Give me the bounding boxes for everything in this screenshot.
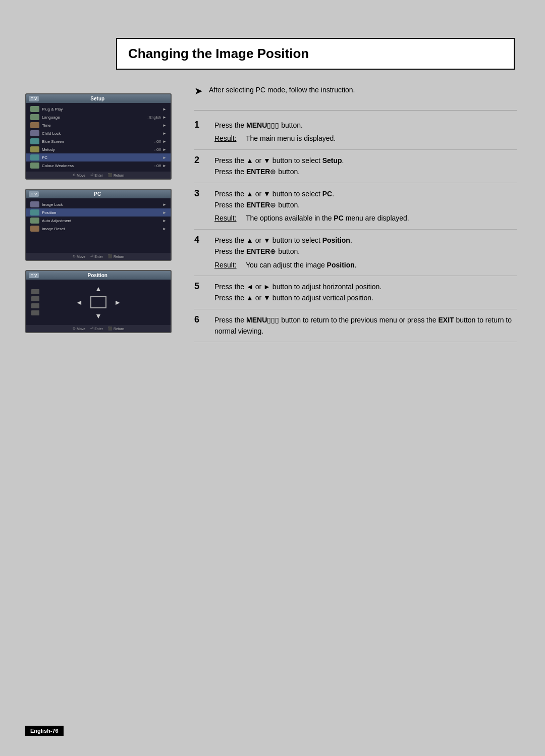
step-num-6: 6 xyxy=(194,314,209,326)
tv-row: Image Lock ► xyxy=(26,200,171,208)
result-text-4: You can adjust the image Position. xyxy=(246,259,357,271)
tv-row: Plug & Play ► xyxy=(26,105,171,113)
tv-footer-3: ⊙ Move ⏎ Enter ⬛ Return xyxy=(26,325,171,332)
page-title: Changing the Image Position xyxy=(128,46,309,61)
step-num-2: 2 xyxy=(194,155,209,166)
title-box: Changing the Image Position xyxy=(116,38,515,70)
blue-icon xyxy=(30,138,39,144)
position-display: ▲ ▼ ◄ ► xyxy=(26,280,171,325)
step-content-4: Press the ▲ or ▼ button to select Positi… xyxy=(214,235,517,271)
step-num-1: 1 xyxy=(194,120,209,131)
tv-label-1: T V xyxy=(29,96,39,101)
step-1: 1 Press the MENU▯▯▯ button. Result: The … xyxy=(194,115,517,150)
auto-icon xyxy=(30,218,39,224)
intro-section: ➤ After selecting PC mode, follow the in… xyxy=(194,86,517,101)
step-content-2: Press the ▲ or ▼ button to select Setup.… xyxy=(214,155,517,178)
intro-arrow-icon: ➤ xyxy=(194,85,203,97)
divider xyxy=(194,110,517,111)
tv-row: Image Reset ► xyxy=(26,225,171,233)
tv-body-setup: Plug & Play ► Language : English ► Time … xyxy=(26,103,171,172)
tv-footer-2: ⊙ Move ⏎ Enter ⬛ Return xyxy=(26,253,171,260)
lang-icon xyxy=(30,114,39,120)
step-num-5: 5 xyxy=(194,281,209,292)
tv-row: Melody : Off ► xyxy=(26,145,171,153)
result-label-4: Result: xyxy=(214,259,240,271)
reset-icon xyxy=(30,226,39,232)
tv-screen-setup: T V Setup Plug & Play ► Language : Engli… xyxy=(25,93,172,180)
left-panel: T V Setup Plug & Play ► Language : Engli… xyxy=(25,93,182,342)
result-text-3: The options available in the PC menu are… xyxy=(246,212,409,224)
tv-screen-position: T V Position ▲ ▼ xyxy=(25,270,172,333)
lock-icon xyxy=(30,130,39,136)
tv-footer-1: ⊙ Move ⏎ Enter ⬛ Return xyxy=(26,172,171,179)
step-content-5: Press the ◄ or ► button to adjust horizo… xyxy=(214,281,517,304)
time-icon xyxy=(30,122,39,128)
tv-row-selected: Position ► xyxy=(26,208,171,217)
step-num-4: 4 xyxy=(194,235,209,246)
step-3: 3 Press the ▲ or ▼ button to select PC. … xyxy=(194,183,517,230)
tv-row: Time ► xyxy=(26,121,171,129)
step-4: 4 Press the ▲ or ▼ button to select Posi… xyxy=(194,230,517,276)
step-content-3: Press the ▲ or ▼ button to select PC. Pr… xyxy=(214,188,517,224)
result-4: Result: You can adjust the image Positio… xyxy=(214,259,517,271)
step-2: 2 Press the ▲ or ▼ button to select Setu… xyxy=(194,150,517,183)
plug-icon xyxy=(30,106,39,112)
tv-screen-pc: T V PC Image Lock ► Position ► Auto Adju… xyxy=(25,189,172,261)
tv-body-pc: Image Lock ► Position ► Auto Adjustment … xyxy=(26,198,171,253)
result-label-1: Result: xyxy=(214,133,240,144)
tv-row: Language : English ► xyxy=(26,113,171,121)
tv-title-pc: PC xyxy=(94,191,101,197)
position-icon xyxy=(30,209,39,215)
result-label-3: Result: xyxy=(214,212,240,224)
step-num-3: 3 xyxy=(194,188,209,199)
result-1: Result: The main menu is displayed. xyxy=(214,133,517,144)
right-content: ➤ After selecting PC mode, follow the in… xyxy=(194,86,517,342)
tv-row-selected: PC ► xyxy=(26,153,171,161)
tv-title-position: Position xyxy=(88,273,107,278)
imagelock-icon xyxy=(30,201,39,207)
tv-label-2: T V xyxy=(29,191,39,197)
result-text-1: The main menu is displayed. xyxy=(246,133,336,144)
step-content-6: Press the MENU▯▯▯ button to return to th… xyxy=(214,314,517,337)
tv-title-setup: Setup xyxy=(90,96,104,101)
tv-row: Blue Screen : Off ► xyxy=(26,137,171,145)
step-5: 5 Press the ◄ or ► button to adjust hori… xyxy=(194,276,517,309)
page-number: English-76 xyxy=(25,726,64,736)
intro-text: After selecting PC mode, follow the inst… xyxy=(209,86,355,94)
tv-row: Colour Weakness : Off ► xyxy=(26,161,171,170)
page: Changing the Image Position T V Setup Pl… xyxy=(0,0,545,756)
step-6: 6 Press the MENU▯▯▯ button to return to … xyxy=(194,309,517,343)
pc-icon xyxy=(30,154,39,160)
tv-row: Auto Adjustment ► xyxy=(26,217,171,225)
result-3: Result: The options available in the PC … xyxy=(214,212,517,224)
step-content-1: Press the MENU▯▯▯ button. Result: The ma… xyxy=(214,120,517,144)
tv-label-3: T V xyxy=(29,273,39,278)
colour-icon xyxy=(30,163,39,169)
tv-row: Child Lock ► xyxy=(26,129,171,137)
melody-icon xyxy=(30,146,39,152)
